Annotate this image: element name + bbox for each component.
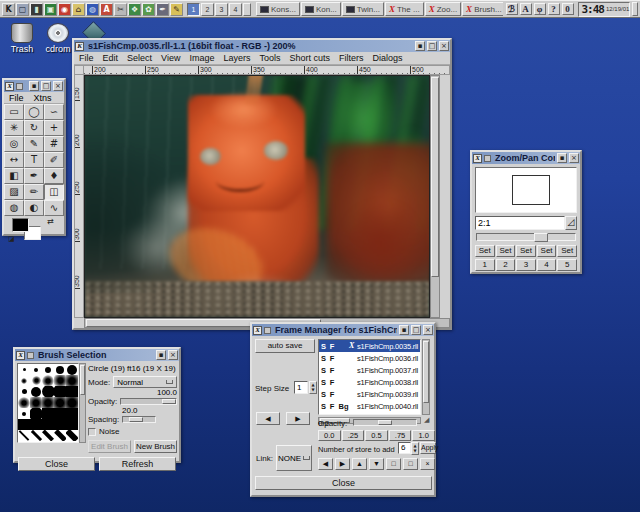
move-down-button[interactable]: ▼ [369, 458, 384, 470]
taskbar-window-twin[interactable]: Twin... [342, 2, 384, 16]
menu-select[interactable]: Select [127, 53, 152, 63]
paintbrush-tool[interactable]: ✏ [24, 184, 44, 200]
mode-dropdown[interactable]: Normal [113, 376, 177, 388]
brush-grid[interactable] [17, 363, 79, 443]
zoom-preset-button-4[interactable]: 4 [537, 259, 557, 271]
foreground-color-swatch[interactable] [12, 218, 29, 232]
text-tool[interactable]: T [24, 152, 44, 168]
crop-tool[interactable]: # [44, 136, 64, 152]
workspace-button-4[interactable]: 4 [229, 3, 242, 16]
menu-layers[interactable]: Layers [223, 53, 250, 63]
stop-button[interactable]: □ [386, 458, 401, 470]
eraser-tool[interactable]: ▨ [4, 184, 24, 200]
frame-row[interactable]: SFBgs1FishCmp.0040.rll [319, 400, 420, 412]
chat-icon[interactable]: ✿ [142, 3, 155, 16]
opacity-slider-thumb[interactable] [162, 399, 176, 404]
zoom-set-button-1[interactable]: Set [475, 245, 495, 257]
menu-tools[interactable]: Tools [259, 53, 280, 63]
brush-cell[interactable] [42, 397, 54, 408]
brush-cell[interactable] [66, 419, 78, 430]
edit-brush-button[interactable]: Edit Brush [88, 440, 131, 453]
toolbox-titlebar[interactable]: X ▪ □ × [4, 80, 64, 92]
pencil-tool[interactable]: ✎ [24, 136, 44, 152]
new-brush-button[interactable]: New Brush [134, 440, 177, 453]
brush-cell[interactable] [30, 430, 42, 441]
view-rectangle[interactable] [512, 175, 550, 205]
x11-app-icon[interactable]: X [16, 351, 25, 360]
minimize-button[interactable]: ▪ [399, 325, 409, 335]
brush-cell[interactable] [54, 364, 66, 375]
workspace-button-3[interactable]: 3 [215, 3, 228, 16]
menu-dialogs[interactable]: Dialogs [372, 53, 402, 63]
spacing-slider[interactable] [122, 416, 156, 423]
pen-icon[interactable]: ✒ [156, 3, 169, 16]
window-app-icon[interactable]: K [75, 42, 84, 51]
brush-cell[interactable] [30, 364, 42, 375]
brush-cell[interactable] [54, 386, 66, 397]
zoom-preset-button-2[interactable]: 2 [496, 259, 516, 271]
rect-select-tool[interactable]: ▭ [4, 104, 24, 120]
noise-checkbox[interactable] [88, 428, 96, 436]
brush-cell[interactable] [54, 397, 66, 408]
zoom-slider[interactable] [476, 233, 576, 241]
brush-cell[interactable] [42, 408, 54, 419]
brush-cell[interactable] [66, 430, 78, 441]
apply-button[interactable]: Apply [420, 442, 436, 454]
fuzzy-select-tool[interactable]: ✳ [4, 120, 24, 136]
close-button[interactable]: × [168, 350, 178, 360]
frame-row[interactable]: SFs1FishCmp.0037.rll [319, 364, 420, 376]
opacity-preset-_25[interactable]: .25 [342, 430, 365, 441]
opacity-preset-0_5[interactable]: 0.5 [365, 430, 388, 441]
lock-tray-icon[interactable]: A [520, 3, 532, 15]
image-window-titlebar[interactable]: K s1FishCmp.0035.rll-1.1 (16bit float - … [74, 40, 450, 52]
zoom-set-button-2[interactable]: Set [496, 245, 516, 257]
ratio-dropdown-button[interactable]: ◿ [565, 216, 577, 230]
brush-cell[interactable] [30, 386, 42, 397]
workspace-button-2[interactable]: 2 [201, 3, 214, 16]
menu-short-cuts[interactable]: Short cuts [289, 53, 330, 63]
ellipse-select-tool[interactable]: ◯ [24, 104, 44, 120]
edit-icon[interactable]: ✎ [170, 3, 183, 16]
ink-tool[interactable]: ✒ [24, 168, 44, 184]
clone-tool[interactable]: ◫ [44, 184, 64, 200]
blank-frame-button[interactable]: □ [403, 458, 418, 470]
flip-tool[interactable]: ↔ [4, 152, 24, 168]
color-picker-tool[interactable]: ✐ [44, 152, 64, 168]
zoom-preset-button-3[interactable]: 3 [516, 259, 536, 271]
taskbar-window-kons[interactable]: Kons... [256, 2, 300, 16]
auto-save-button[interactable]: auto save [255, 339, 315, 353]
brush-cell[interactable] [30, 397, 42, 408]
menu-filters[interactable]: Filters [339, 53, 364, 63]
move-tool[interactable]: + [44, 120, 64, 136]
zoom-preset-button-1[interactable]: 1 [475, 259, 495, 271]
brush-cell[interactable] [18, 386, 30, 397]
display-icon[interactable]: ▣ [44, 3, 57, 16]
klipper-tray-icon[interactable]: φ [534, 3, 546, 15]
opacity-preset-_75[interactable]: .75 [389, 430, 412, 441]
x11-app-icon[interactable]: X [5, 82, 14, 91]
kde-app-icon[interactable]: ❖ [128, 3, 141, 16]
zoom-set-button-3[interactable]: Set [516, 245, 536, 257]
zoom-slider-thumb[interactable] [534, 233, 548, 242]
x11-app-icon[interactable]: X [473, 154, 482, 163]
show-desktop-icon[interactable]: ▢ [16, 3, 29, 16]
brush-cell[interactable] [54, 375, 66, 386]
brush-cell[interactable] [66, 375, 78, 386]
script-app-tray-icon[interactable]: ℬ [506, 3, 518, 15]
frame-row[interactable]: SFXs1FishCmp.0035.rll [319, 340, 420, 352]
move-up-button[interactable]: ▲ [352, 458, 367, 470]
menu-file[interactable]: File [79, 53, 94, 63]
brush-cell[interactable] [30, 408, 42, 419]
image-canvas[interactable] [84, 75, 430, 318]
brush-cell[interactable] [18, 419, 30, 430]
korn-tray-icon[interactable]: ? [548, 3, 560, 15]
taskbar-window-the[interactable]: XThe ... [385, 2, 424, 16]
brush-close-button[interactable]: Close [18, 457, 95, 471]
frame-manager-close-button[interactable]: Close [255, 476, 432, 490]
blur-tool[interactable]: ◍ [4, 200, 24, 216]
dodge-burn-tool[interactable]: ◐ [24, 200, 44, 216]
free-select-tool[interactable]: ∽ [44, 104, 64, 120]
spacing-slider-thumb[interactable] [129, 417, 143, 422]
sticky-pin-icon[interactable] [27, 352, 34, 359]
zoom-ratio-field[interactable]: 2:1 [475, 216, 565, 230]
